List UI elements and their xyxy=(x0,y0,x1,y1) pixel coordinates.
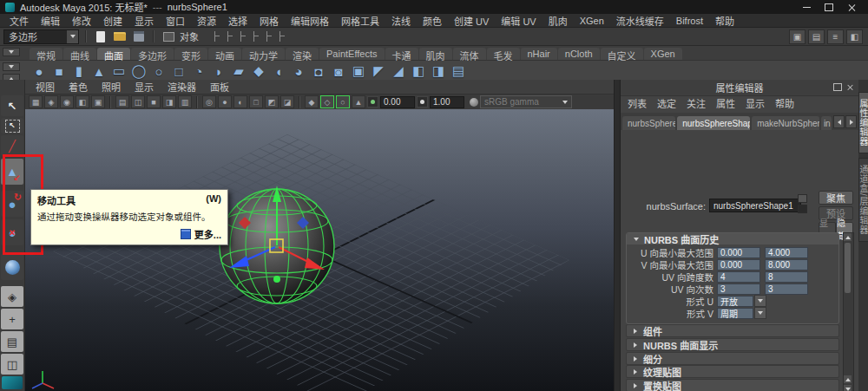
menu-显示[interactable]: 显示 xyxy=(128,14,160,28)
snap-to-curve-icon[interactable]: ◈ xyxy=(44,95,58,108)
lasso-select-tool[interactable]: ↖ xyxy=(1,118,23,134)
toolbar-group-expander[interactable] xyxy=(227,31,233,42)
ae-menu-列表[interactable]: 列表 xyxy=(622,96,652,110)
side-tab-属性编辑器[interactable]: 属性编辑器 xyxy=(858,92,868,153)
rebuild-surface-icon[interactable]: ▤ xyxy=(449,62,468,81)
nurbs-torus-icon[interactable]: ◯ xyxy=(129,62,148,81)
snap-to-view-plane-icon[interactable]: ◧ xyxy=(76,95,89,108)
grease-pencil-icon[interactable]: ▥ xyxy=(178,95,192,108)
attribute-field-1[interactable]: 0.000 xyxy=(717,247,760,258)
gate-mask-icon[interactable]: ◐ xyxy=(233,95,247,108)
ae-tab-nurbsSphereShape1[interactable]: nurbsSphereShape1 xyxy=(677,116,750,130)
toolbar-group-expander[interactable] xyxy=(266,31,273,42)
modeling-toolkit-toggle[interactable]: ◧ xyxy=(846,29,863,44)
shelf-tab-自定义[interactable]: 自定义 xyxy=(601,48,643,60)
snap-to-grid-icon[interactable]: ▦ xyxy=(29,95,43,108)
menu-窗口[interactable]: 窗口 xyxy=(160,14,191,28)
attribute-field-1[interactable]: 3 xyxy=(717,283,760,295)
shelf-tab-常规[interactable]: 常规 xyxy=(30,48,62,60)
selection-mask-icon[interactable] xyxy=(161,29,176,44)
pin-icon[interactable] xyxy=(798,194,807,203)
maximize-button[interactable] xyxy=(818,0,840,14)
nurbs-cone-icon[interactable]: ▲ xyxy=(89,62,108,81)
scroll-up-icon[interactable] xyxy=(844,233,852,241)
manipulator-handle-green-icon[interactable] xyxy=(273,276,280,283)
toolbar-group-expander[interactable] xyxy=(279,31,286,42)
attribute-field-2[interactable]: 4.000 xyxy=(765,247,808,258)
image-plane-icon[interactable]: ■ xyxy=(147,95,161,108)
tooltip-more-link[interactable]: 更多... xyxy=(194,227,221,241)
toolbar-group-expander[interactable] xyxy=(214,31,220,42)
sidebar-attribute-editor-toggle[interactable]: ▣ xyxy=(789,29,806,44)
ae-menu-属性[interactable]: 属性 xyxy=(711,96,740,110)
ae-menu-选定[interactable]: 选定 xyxy=(652,96,681,110)
chevron-down-icon[interactable] xyxy=(754,307,766,319)
menu-颜色[interactable]: 颜色 xyxy=(417,14,448,28)
selection-mode-dropdown[interactable]: 多边形 xyxy=(3,29,79,44)
panel-menu-面板[interactable]: 面板 xyxy=(203,80,236,94)
scroll-up2-icon[interactable] xyxy=(844,375,852,383)
menu-XGen[interactable]: XGen xyxy=(574,16,610,26)
snap-to-point-icon[interactable]: ◉ xyxy=(60,95,74,108)
close-panel-icon[interactable] xyxy=(847,84,853,90)
shelf-menu-icon[interactable] xyxy=(3,48,20,56)
nurbs-cylinder-icon[interactable]: ▮ xyxy=(69,62,89,81)
focus-button[interactable]: 聚焦 xyxy=(819,191,853,205)
field-chart-icon[interactable]: □ xyxy=(249,95,263,108)
extrude-icon[interactable]: ◆ xyxy=(249,62,268,81)
birail-icon[interactable]: ◖ xyxy=(269,62,288,81)
float-panel-icon[interactable] xyxy=(833,83,842,91)
shelf-tab-肌肉[interactable]: 肌肉 xyxy=(419,48,452,60)
shelf-tab-毛发[interactable]: 毛发 xyxy=(487,48,520,60)
scroll-thumb[interactable] xyxy=(845,243,851,293)
trim-tool-icon[interactable]: ◤ xyxy=(369,62,388,81)
section-组件[interactable]: 组件 xyxy=(626,324,839,337)
new-scene-icon[interactable] xyxy=(93,29,108,44)
menu-创建 UV[interactable]: 创建 UV xyxy=(448,14,495,28)
shelf-tab-渲染[interactable]: 渲染 xyxy=(286,48,319,60)
attribute-field-2[interactable]: 8.000 xyxy=(765,259,808,270)
menu-流水线缓存[interactable]: 流水线缓存 xyxy=(610,14,670,28)
shelf-item-menu-icon[interactable] xyxy=(3,62,20,71)
boundary-icon[interactable]: ◕ xyxy=(289,62,308,81)
untrim-icon[interactable]: ◢ xyxy=(389,62,408,81)
view-transform-select[interactable]: sRGB gamma xyxy=(480,95,572,108)
chevron-down-icon[interactable] xyxy=(754,295,766,307)
gamma-field[interactable]: 1.00 xyxy=(430,96,464,108)
section-置换贴图[interactable]: 置换贴图 xyxy=(626,379,839,391)
two-pane-layout[interactable]: + xyxy=(1,309,23,329)
shelf-tab-变形[interactable]: 变形 xyxy=(174,48,207,60)
bevel-plus-icon[interactable]: ◙ xyxy=(329,62,348,81)
scroll-down-icon[interactable] xyxy=(844,385,852,391)
make-live-icon[interactable]: ▣ xyxy=(91,95,105,108)
ae-tab-makeNurbSphere1[interactable]: makeNurbSphere1 xyxy=(752,116,819,130)
exposure-icon[interactable] xyxy=(367,96,378,108)
menu-编辑 UV[interactable]: 编辑 UV xyxy=(495,14,542,28)
attribute-field-2[interactable]: 3 xyxy=(765,283,808,295)
panel-menu-着色[interactable]: 着色 xyxy=(62,80,95,94)
loft-icon[interactable]: ◗ xyxy=(209,62,228,81)
menu-肌肉[interactable]: 肌肉 xyxy=(542,14,574,28)
nurbs-circle-icon[interactable]: ○ xyxy=(149,62,168,81)
section-NURBS 曲面显示[interactable]: NURBS 曲面显示 xyxy=(626,338,839,351)
ae-menu-帮助[interactable]: 帮助 xyxy=(770,96,799,110)
ae-tab-in[interactable]: in xyxy=(821,116,832,130)
panel-menu-照明[interactable]: 照明 xyxy=(95,80,128,94)
menu-编辑网格[interactable]: 编辑网格 xyxy=(285,14,335,28)
swatch-icon[interactable] xyxy=(798,205,807,213)
surface-name-field[interactable]: nurbsSphereShape1 xyxy=(709,199,801,212)
shelf-tab-多边形[interactable]: 多边形 xyxy=(131,48,174,60)
attribute-field-2[interactable]: 8 xyxy=(765,271,808,283)
panel-splitter[interactable] xyxy=(614,80,621,391)
sidebar-channel-box-toggle[interactable]: ≡ xyxy=(827,29,844,44)
shaded-icon[interactable]: ◇ xyxy=(320,95,334,108)
select-tool[interactable]: ↖ xyxy=(1,95,23,116)
menu-编辑[interactable]: 编辑 xyxy=(35,14,66,28)
close-button[interactable] xyxy=(840,0,863,14)
ae-menu-显示[interactable]: 显示 xyxy=(740,96,770,110)
nurbs-sphere-icon[interactable]: ● xyxy=(30,62,49,81)
textured-icon[interactable]: ○ xyxy=(336,95,350,108)
menu-网格[interactable]: 网格 xyxy=(253,14,285,28)
shelf-tab-动力学[interactable]: 动力学 xyxy=(242,48,285,60)
menu-文件[interactable]: 文件 xyxy=(3,14,35,28)
